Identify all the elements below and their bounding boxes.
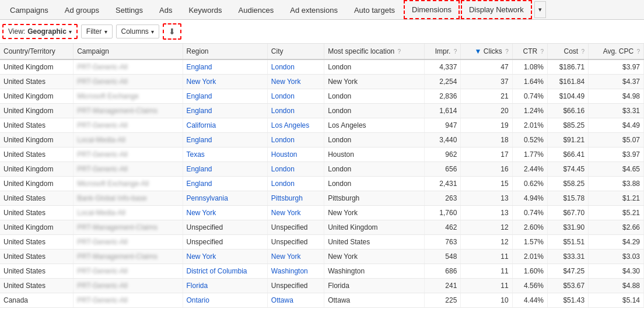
campaign-cell[interactable]: PRT-Generic-All (74, 75, 183, 89)
campaign-cell[interactable]: Bank-Global Info-base (74, 191, 183, 206)
region-cell[interactable]: Florida (183, 279, 267, 293)
region-cell[interactable]: Texas (183, 148, 267, 162)
cost-cell: $15.78 (548, 191, 589, 206)
region-cell[interactable]: England (183, 162, 267, 177)
region-cell[interactable]: Ontario (183, 293, 267, 308)
region-cell[interactable]: England (183, 89, 267, 104)
help-icon[interactable]: ? (582, 48, 585, 55)
help-icon[interactable]: ? (636, 48, 640, 55)
help-icon[interactable]: ? (540, 48, 544, 55)
tab-campaigns[interactable]: Campaigns (2, 1, 56, 19)
city-cell[interactable]: London (267, 104, 324, 118)
clicks-cell: 17 (461, 148, 512, 162)
campaign-cell[interactable]: PRT-Generic-All (74, 118, 183, 133)
ctr-cell: 0.62% (512, 177, 547, 191)
country-cell: United States (0, 206, 74, 220)
tab-keywords[interactable]: Keywords (181, 1, 229, 19)
region-cell[interactable]: Pennsylvania (183, 191, 267, 206)
region-cell: Unspecified (183, 235, 267, 250)
city-cell[interactable]: London (267, 177, 324, 191)
campaign-cell[interactable]: Local-Media-All (74, 206, 183, 220)
campaign-cell[interactable]: PRT-Management-Claims (74, 220, 183, 235)
campaign-cell[interactable]: Microsoft Exchange (74, 89, 183, 104)
region-cell[interactable]: England (183, 59, 267, 75)
table-header: Country/Territory Campaign Region City M… (0, 44, 644, 59)
tab-ads[interactable]: Ads (152, 1, 180, 19)
ctr-cell: 1.77% (512, 148, 547, 162)
campaign-cell[interactable]: PRT-Management-Claims (74, 250, 183, 264)
most-specific-cell: London (324, 89, 424, 104)
table-row: United KingdomPRT-Management-ClaimsEngla… (0, 104, 644, 118)
region-cell[interactable]: California (183, 118, 267, 133)
region-cell[interactable]: England (183, 133, 267, 148)
table-row: CanadaPRT-Generic-AllOntarioOttawaOttawa… (0, 293, 644, 308)
city-cell[interactable]: New York (267, 206, 324, 220)
clicks-cell: 20 (461, 104, 512, 118)
col-avg-cpc[interactable]: Avg. CPC ? (589, 44, 644, 59)
city-cell[interactable]: Ottawa (267, 293, 324, 308)
clicks-cell: 11 (461, 250, 512, 264)
view-dropdown[interactable]: View: Geographic ▾ (2, 24, 78, 39)
campaign-cell[interactable]: PRT-Management-Claims (74, 104, 183, 118)
avg-cpc-cell: $4.49 (589, 118, 644, 133)
city-cell[interactable]: Houston (267, 148, 324, 162)
country-cell: United States (0, 191, 74, 206)
tab-display-network[interactable]: Display Network (461, 0, 532, 19)
region-cell: Unspecified (183, 220, 267, 235)
col-ctr[interactable]: CTR ? (512, 44, 547, 59)
clicks-cell: 10 (461, 293, 512, 308)
filter-dropdown[interactable]: Filter ▾ (81, 24, 113, 38)
city-cell[interactable]: Pittsburgh (267, 191, 324, 206)
col-impr[interactable]: Impr. ? (424, 44, 461, 59)
city-cell[interactable]: London (267, 162, 324, 177)
table-row: United KingdomMicrosoft Exchange-AllEngl… (0, 177, 644, 191)
city-cell[interactable]: London (267, 89, 324, 104)
help-icon[interactable]: ? (505, 48, 509, 55)
help-icon[interactable]: ? (398, 48, 401, 55)
clicks-cell: 15 (461, 177, 512, 191)
table-row: United StatesLocal-Media-AllNew YorkNew … (0, 206, 644, 220)
download-button[interactable]: ⬇ (163, 23, 181, 40)
tab-more[interactable]: ▾ (534, 1, 546, 18)
country-cell: United States (0, 264, 74, 279)
tab-dimensions[interactable]: Dimensions (404, 0, 460, 19)
campaign-cell[interactable]: Microsoft Exchange-All (74, 177, 183, 191)
region-cell[interactable]: District of Columbia (183, 264, 267, 279)
avg-cpc-cell: $3.97 (589, 148, 644, 162)
most-specific-cell: London (324, 59, 424, 75)
country-cell: United States (0, 235, 74, 250)
city-cell[interactable]: London (267, 59, 324, 75)
campaign-cell[interactable]: Local-Media-All (74, 133, 183, 148)
campaign-cell[interactable]: PRT-Generic-All (74, 279, 183, 293)
campaign-cell[interactable]: PRT-Generic-All (74, 148, 183, 162)
clicks-cell: 21 (461, 89, 512, 104)
clicks-cell: 47 (461, 59, 512, 75)
col-city: City (267, 44, 324, 59)
campaign-cell[interactable]: PRT-Generic-All (74, 59, 183, 75)
col-clicks[interactable]: ▼ Clicks ? (461, 44, 512, 59)
city-cell[interactable]: New York (267, 75, 324, 89)
tab-audiences[interactable]: Audiences (231, 1, 282, 19)
city-cell[interactable]: Washington (267, 264, 324, 279)
region-cell[interactable]: New York (183, 250, 267, 264)
tab-ad-extensions[interactable]: Ad extensions (282, 1, 345, 19)
city-cell[interactable]: London (267, 133, 324, 148)
region-cell[interactable]: New York (183, 206, 267, 220)
region-cell[interactable]: New York (183, 75, 267, 89)
tab-ad-groups[interactable]: Ad groups (57, 1, 107, 19)
columns-dropdown[interactable]: Columns ▾ (116, 24, 159, 38)
campaign-cell[interactable]: PRT-Generic-All (74, 264, 183, 279)
region-cell[interactable]: England (183, 177, 267, 191)
help-icon[interactable]: ? (454, 48, 457, 55)
tab-auto-targets[interactable]: Auto targets (346, 1, 402, 19)
col-cost[interactable]: Cost ? (548, 44, 589, 59)
impr-cell: 548 (424, 250, 461, 264)
most-specific-cell: United States (324, 235, 424, 250)
campaign-cell[interactable]: PRT-Generic-All (74, 293, 183, 308)
region-cell[interactable]: England (183, 104, 267, 118)
city-cell[interactable]: Los Angeles (267, 118, 324, 133)
tab-settings[interactable]: Settings (108, 1, 150, 19)
city-cell[interactable]: New York (267, 250, 324, 264)
campaign-cell[interactable]: PRT-Generic-All (74, 162, 183, 177)
campaign-cell[interactable]: PRT-Generic-All (74, 235, 183, 250)
